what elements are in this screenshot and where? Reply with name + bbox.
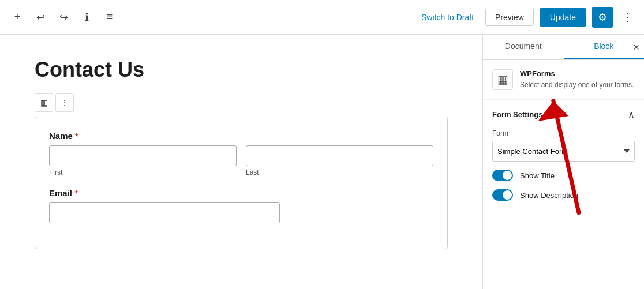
show-title-row: Show Title bbox=[492, 170, 635, 181]
table-icon: ▦ bbox=[40, 98, 48, 107]
name-required: * bbox=[75, 131, 78, 141]
last-name-input[interactable] bbox=[246, 145, 433, 166]
main-toolbar: + ↩ ↪ ℹ ≡ Switch to Draft Preview Update… bbox=[0, 0, 644, 35]
show-description-toggle[interactable] bbox=[492, 189, 513, 201]
panel-header: Document Block × bbox=[483, 35, 644, 60]
update-button[interactable]: Update bbox=[540, 8, 586, 27]
form-select[interactable]: Simple Contact Form bbox=[492, 141, 635, 162]
email-field-group: Email * bbox=[49, 188, 433, 223]
tab-block[interactable]: Block bbox=[564, 35, 645, 59]
tab-document[interactable]: Document bbox=[483, 35, 564, 59]
right-panel: Document Block × ▦ WPForms Select and di… bbox=[482, 35, 644, 289]
name-label: Name * bbox=[49, 131, 433, 141]
block-type-button[interactable]: ▦ bbox=[35, 93, 53, 112]
block-info-text: WPForms Select and display one of your f… bbox=[520, 69, 635, 90]
name-inputs: First Last bbox=[49, 145, 433, 177]
first-name-wrap: First bbox=[49, 145, 237, 177]
info-button[interactable]: ℹ bbox=[76, 7, 97, 28]
main-layout: Contact Us ▦ ⋮ Name * First bbox=[0, 35, 644, 289]
email-input[interactable] bbox=[49, 202, 280, 223]
panel-close-button[interactable]: × bbox=[633, 42, 639, 52]
last-name-wrap: Last bbox=[246, 145, 433, 177]
first-sublabel: First bbox=[49, 168, 237, 177]
email-label: Email * bbox=[49, 188, 433, 198]
gear-icon: ⚙ bbox=[598, 11, 607, 24]
chevron-up-icon: ∧ bbox=[628, 110, 635, 119]
settings-button[interactable]: ⚙ bbox=[592, 7, 613, 28]
redo-button[interactable]: ↪ bbox=[53, 7, 74, 28]
settings-chevron-button[interactable]: ∧ bbox=[628, 109, 635, 120]
settings-title: Form Settings bbox=[492, 110, 542, 119]
show-title-toggle[interactable] bbox=[492, 170, 513, 181]
switch-to-draft-button[interactable]: Switch to Draft bbox=[415, 9, 480, 25]
preview-button[interactable]: Preview bbox=[485, 9, 534, 26]
settings-header: Form Settings ∧ bbox=[492, 109, 635, 120]
block-info-description: Select and display one of your forms. bbox=[520, 80, 635, 90]
show-description-row: Show Description bbox=[492, 189, 635, 201]
add-block-button[interactable]: + bbox=[7, 7, 28, 28]
toolbar-right: Switch to Draft Preview Update ⚙ ⋮ bbox=[415, 7, 637, 28]
wpforms-block-icon: ▦ bbox=[492, 69, 513, 90]
show-description-label: Show Description bbox=[520, 191, 578, 200]
name-field-group: Name * First Last bbox=[49, 131, 433, 177]
form-select-label: Form bbox=[492, 129, 635, 137]
block-more-button[interactable]: ⋮ bbox=[55, 93, 74, 112]
wpforms-block: Name * First Last Email bbox=[35, 117, 448, 249]
toolbar-left: + ↩ ↪ ℹ ≡ bbox=[7, 7, 415, 28]
more-options-button[interactable]: ⋮ bbox=[619, 8, 637, 27]
more-icon: ⋮ bbox=[61, 98, 69, 107]
menu-button[interactable]: ≡ bbox=[99, 7, 120, 28]
kebab-icon: ⋮ bbox=[622, 11, 634, 24]
block-info-title: WPForms bbox=[520, 69, 635, 78]
undo-button[interactable]: ↩ bbox=[30, 7, 51, 28]
form-settings-section: Form Settings ∧ Form Simple Contact Form… bbox=[483, 100, 644, 218]
block-info: ▦ WPForms Select and display one of your… bbox=[483, 60, 644, 100]
last-sublabel: Last bbox=[246, 168, 433, 177]
editor-area: Contact Us ▦ ⋮ Name * First bbox=[0, 35, 482, 289]
page-title: Contact Us bbox=[35, 58, 448, 82]
first-name-input[interactable] bbox=[49, 145, 237, 166]
form-select-row: Form Simple Contact Form bbox=[492, 129, 635, 162]
block-toolbar: ▦ ⋮ bbox=[35, 93, 448, 112]
email-required: * bbox=[74, 188, 78, 198]
show-title-label: Show Title bbox=[520, 171, 555, 180]
